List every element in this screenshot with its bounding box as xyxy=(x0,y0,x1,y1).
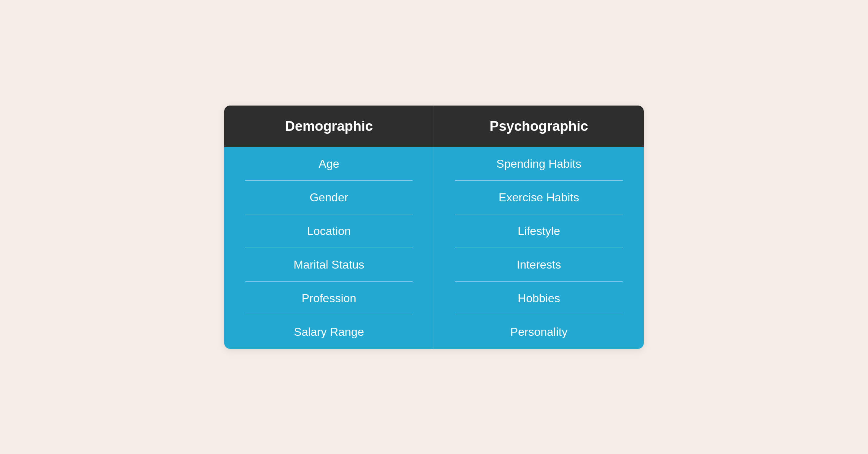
psychographic-item: Spending Habits xyxy=(434,147,644,181)
psychographic-header: Psychographic xyxy=(434,106,644,147)
demographic-item: Location xyxy=(224,214,434,248)
psychographic-column: Spending HabitsExercise HabitsLifestyleI… xyxy=(434,147,644,349)
psychographic-item: Interests xyxy=(434,248,644,282)
demographic-item: Age xyxy=(224,147,434,181)
demographic-item: Marital Status xyxy=(224,248,434,282)
main-table: Demographic Psychographic AgeGenderLocat… xyxy=(224,106,644,349)
psychographic-item: Lifestyle xyxy=(434,214,644,248)
table-body: AgeGenderLocationMarital StatusProfessio… xyxy=(224,147,644,349)
demographic-header: Demographic xyxy=(224,106,434,147)
demographic-item: Profession xyxy=(224,282,434,315)
psychographic-item: Hobbies xyxy=(434,282,644,315)
table-header: Demographic Psychographic xyxy=(224,106,644,147)
demographic-item: Gender xyxy=(224,181,434,214)
demographic-column: AgeGenderLocationMarital StatusProfessio… xyxy=(224,147,434,349)
psychographic-item: Exercise Habits xyxy=(434,181,644,214)
demographic-item: Salary Range xyxy=(224,315,434,349)
psychographic-item: Personality xyxy=(434,315,644,349)
